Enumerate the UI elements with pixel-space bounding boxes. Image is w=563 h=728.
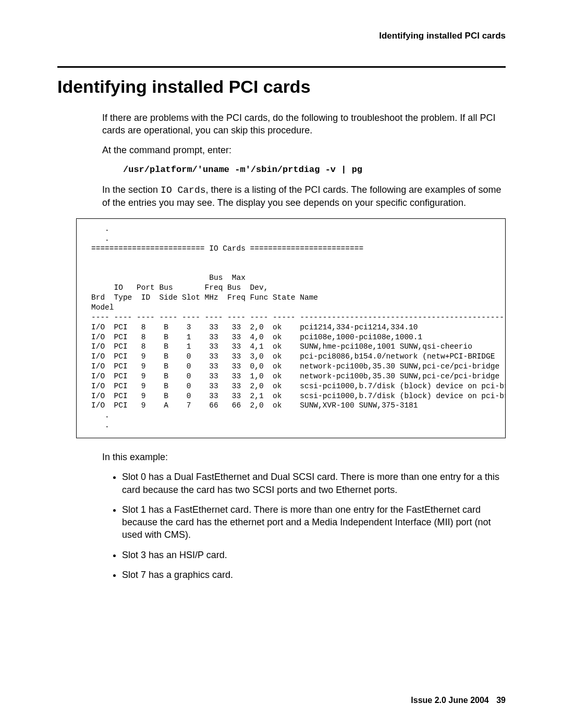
text-run: In the section <box>102 184 161 195</box>
command-line: /usr/platform/'uname -m'/sbin/prtdiag -v… <box>123 164 506 176</box>
footer-page-number: 39 <box>496 696 506 705</box>
example-lead: In this example: <box>102 451 506 463</box>
body-column-2: In this example: Slot 0 has a Dual FastE… <box>102 451 506 581</box>
inline-code: IO Cards <box>161 185 205 195</box>
page: Identifying installed PCI cards Identify… <box>0 0 563 728</box>
list-item: Slot 3 has an HSI/P card. <box>122 549 506 561</box>
body-column: If there are problems with the PCI cards… <box>102 112 506 209</box>
output-listing-box: . . ========================= IO Cards =… <box>76 218 506 438</box>
paragraph-intro-2: At the command prompt, enter: <box>102 144 506 156</box>
footer-issue: Issue 2.0 June 2004 <box>411 696 488 705</box>
list-item: Slot 1 has a FastEthernet card. There is… <box>122 503 506 541</box>
horizontal-rule <box>57 66 506 68</box>
section-title: Identifying installed PCI cards <box>57 75 506 99</box>
list-item: Slot 7 has a graphics card. <box>122 569 506 581</box>
page-footer: Issue 2.0 June 2004 39 <box>411 695 506 706</box>
paragraph-intro-1: If there are problems with the PCI cards… <box>102 112 506 137</box>
paragraph-after-cmd: In the section IO Cards, there is a list… <box>102 183 506 209</box>
output-listing: . . ========================= IO Cards =… <box>91 224 505 430</box>
list-item: Slot 0 has a Dual FastEthernet and Dual … <box>122 471 506 496</box>
example-bullet-list: Slot 0 has a Dual FastEthernet and Dual … <box>102 471 506 581</box>
running-header: Identifying installed PCI cards <box>57 30 506 42</box>
